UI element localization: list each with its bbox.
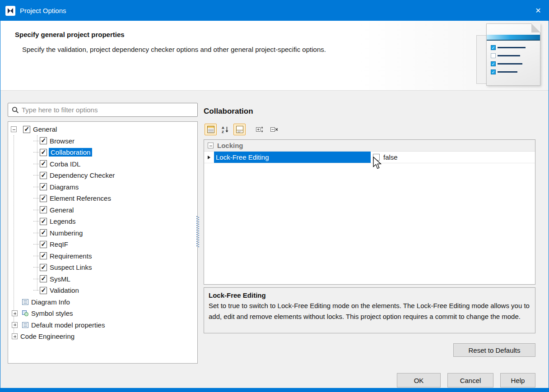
close-button[interactable]: ✕ (528, 0, 549, 21)
project-options-dialog: Project Options ✕ Specify general projec… (0, 0, 549, 392)
collapse-all-button[interactable] (268, 124, 280, 135)
panel-splitter-handle[interactable] (196, 216, 199, 248)
tree-item-diagrams[interactable]: Diagrams (8, 181, 197, 193)
tree-item-label[interactable]: Element References (50, 194, 111, 202)
tree-item-numbering[interactable]: Numbering (8, 227, 197, 239)
checkbox[interactable] (40, 218, 47, 225)
tree-item-label[interactable]: Diagram Info (31, 298, 70, 306)
help-button[interactable]: Help (500, 373, 535, 387)
tree-item-label[interactable]: Suspect Links (50, 263, 92, 271)
tree-item-label[interactable]: Validation (50, 286, 79, 294)
sort-alphabetically-button[interactable]: A Z (219, 124, 231, 135)
page-fold (531, 23, 540, 32)
tree-item-validation[interactable]: Validation (8, 285, 197, 296)
tree-item-label[interactable]: Symbol styles (31, 309, 73, 317)
categorized-view-button[interactable] (205, 124, 217, 135)
show-description-area-button[interactable] (233, 124, 246, 135)
tree-item-diagram-info[interactable]: Diagram Info (8, 296, 197, 308)
expand-all-button[interactable] (254, 124, 266, 135)
tree-item-code-engineering[interactable]: Code Engineering (8, 331, 197, 342)
checkbox[interactable] (40, 287, 47, 294)
collapse-expander-icon[interactable] (11, 126, 17, 132)
checkbox[interactable] (40, 172, 47, 179)
blue-band (487, 35, 540, 41)
title-bar: Project Options ✕ (0, 0, 549, 21)
tree-item-label[interactable]: Code Engineering (20, 332, 74, 340)
tree-item-label[interactable]: Numbering (50, 229, 83, 237)
tree-item-label[interactable]: Legends (50, 217, 76, 225)
tree-item-collaboration[interactable]: Collaboration (8, 147, 197, 158)
expand-expander-icon[interactable] (12, 310, 18, 316)
checkbox[interactable] (40, 229, 47, 236)
tree-item-label[interactable]: General (50, 206, 74, 214)
window-title: Project Options (20, 7, 66, 14)
tree-item-label[interactable]: Diagrams (50, 183, 79, 191)
checkbox[interactable] (40, 206, 47, 213)
chevron-right-icon (208, 156, 210, 159)
reset-to-defaults-button[interactable]: Reset to Defaults (453, 343, 535, 357)
row-expand-arrow-cell[interactable] (204, 152, 214, 163)
text-bar (498, 47, 526, 48)
cancel-button[interactable]: Cancel (447, 373, 493, 387)
value-checkbox[interactable] (373, 154, 380, 161)
tree-item-label[interactable]: Default model properties (31, 321, 105, 329)
checkbox[interactable] (40, 252, 47, 259)
ok-button[interactable]: OK (397, 373, 441, 387)
property-value-cell[interactable]: false (371, 152, 535, 163)
tree-item-symbol-styles[interactable]: Symbol styles (8, 308, 197, 319)
tree-item-general-root[interactable]: General (8, 124, 197, 135)
options-group-title: Collaboration (204, 107, 253, 116)
checkbox[interactable] (40, 183, 47, 190)
checkbox[interactable] (40, 160, 47, 167)
property-grid: Locking Lock-Free Editing false (204, 139, 535, 285)
tree-item-label[interactable]: General (33, 125, 57, 133)
tree-item-suspect-links[interactable]: Suspect Links (8, 262, 197, 273)
illustration-row: ✓ (491, 61, 522, 67)
expand-expander-icon[interactable] (12, 322, 18, 328)
property-name-cell[interactable]: Lock-Free Editing (214, 152, 371, 163)
checkbox[interactable] (23, 126, 30, 133)
checkbox[interactable] (40, 195, 47, 202)
checkbox[interactable] (40, 149, 47, 156)
tree-item-label[interactable]: SysML (50, 275, 70, 283)
collapse-all-icon (270, 126, 278, 133)
filter-input[interactable] (22, 103, 197, 116)
expand-expander-icon[interactable] (12, 333, 18, 339)
tree-item-legends[interactable]: Legends (8, 216, 197, 227)
checkbox[interactable] (40, 241, 47, 248)
tree-item-sysml[interactable]: SysML (8, 273, 197, 285)
sort-alphabetically-icon: A Z (222, 126, 229, 133)
options-tree: General Browser Collaboration Corba IDL … (8, 122, 197, 342)
categorized-view-icon (207, 126, 214, 133)
property-row[interactable]: Lock-Free Editing false (204, 152, 535, 163)
description-panel: Lock-Free Editing Set to true to switch … (204, 287, 535, 333)
collapse-expander-icon[interactable] (208, 143, 214, 148)
tree-item-element-references[interactable]: Element References (8, 193, 197, 204)
tree-item-label[interactable]: Corba IDL (50, 160, 80, 168)
tree-item-reqif[interactable]: ReqIF (8, 239, 197, 250)
tree-item-default-model-properties[interactable]: Default model properties (8, 319, 197, 331)
filter-box (8, 103, 198, 117)
list-icon (22, 322, 28, 328)
tree-item-browser[interactable]: Browser (8, 135, 197, 147)
description-title: Lock-Free Editing (209, 291, 530, 299)
illustration-row (491, 53, 520, 59)
tree-item-label[interactable]: Dependency Checker (50, 171, 115, 179)
tree-item-general[interactable]: General (8, 204, 197, 216)
styles-icon (22, 310, 28, 316)
property-group-label: Locking (217, 142, 243, 149)
checkbox[interactable] (40, 264, 47, 271)
tree-item-dependency-checker[interactable]: Dependency Checker (8, 170, 197, 181)
property-value-text: false (383, 153, 398, 161)
tree-item-label-selected[interactable]: Collaboration (49, 148, 92, 157)
svg-text:Z: Z (222, 130, 224, 134)
tree-item-label[interactable]: ReqIF (50, 240, 68, 248)
checkbox[interactable] (40, 275, 47, 282)
property-group-row[interactable]: Locking (204, 140, 535, 152)
tree-item-label[interactable]: Browser (50, 137, 74, 145)
tree-item-label[interactable]: Requirements (50, 252, 92, 260)
checkbox[interactable] (40, 137, 47, 144)
tree-item-requirements[interactable]: Requirements (8, 250, 197, 262)
list-icon (22, 299, 28, 305)
tree-item-corba-idl[interactable]: Corba IDL (8, 158, 197, 170)
